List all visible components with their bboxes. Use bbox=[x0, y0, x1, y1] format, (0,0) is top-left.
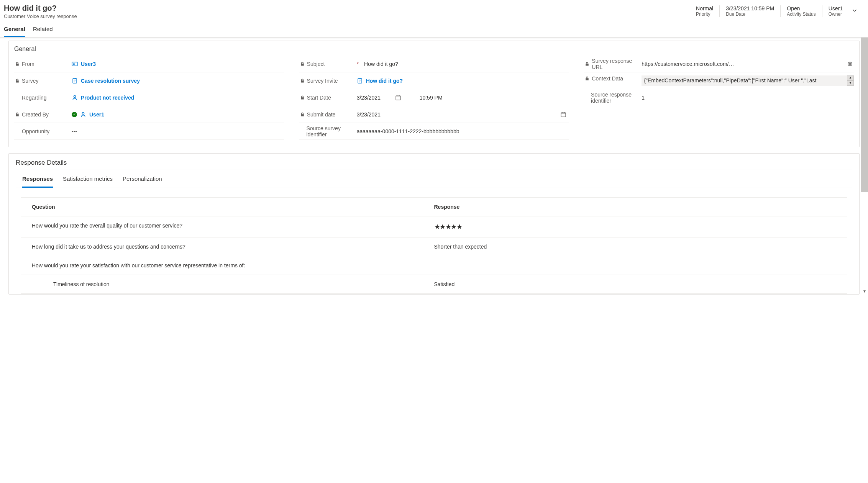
context-field[interactable]: {"EmbedContextParameters":null,"PipeData… bbox=[642, 75, 854, 86]
svg-rect-8 bbox=[396, 96, 400, 100]
answer-cell bbox=[434, 262, 837, 269]
url-label: Survey response URL bbox=[592, 58, 642, 70]
rating-stars: ★★★★★ bbox=[434, 223, 837, 231]
respid-label: Source response identifier bbox=[591, 92, 642, 104]
calendar-icon[interactable] bbox=[395, 95, 401, 101]
createdby-label: Created By bbox=[22, 111, 49, 118]
lock-icon bbox=[15, 79, 20, 83]
details-tabs: Responses Satisfaction metrics Personali… bbox=[16, 170, 852, 188]
createdby-field[interactable]: User1 bbox=[72, 111, 284, 118]
lock-icon bbox=[300, 79, 305, 83]
from-label: From bbox=[22, 61, 34, 67]
header-owner[interactable]: User1 Owner bbox=[822, 5, 849, 17]
question-cell: How long did it take us to address your … bbox=[32, 244, 434, 250]
submitdate-label: Submit date bbox=[307, 111, 336, 118]
header-priority[interactable]: Normal Priority bbox=[690, 5, 719, 17]
answer-cell: Shorter than expected bbox=[434, 244, 837, 250]
calendar-icon[interactable] bbox=[560, 111, 566, 118]
from-field[interactable]: User3 bbox=[72, 61, 284, 67]
response-details-section: Response Details Responses Satisfaction … bbox=[8, 153, 860, 295]
survey-value[interactable]: Case resolution survey bbox=[81, 78, 140, 84]
startdate-value: 3/23/2021 bbox=[357, 95, 395, 101]
starttime-value: 10:59 PM bbox=[410, 95, 569, 101]
invite-label: Survey Invite bbox=[307, 78, 338, 84]
submitdate-value: 3/23/2021 bbox=[357, 111, 381, 118]
lock-icon bbox=[300, 62, 305, 66]
general-section: General From User3 Survey bbox=[8, 41, 860, 147]
from-value[interactable]: User3 bbox=[81, 61, 96, 67]
scroll-buttons[interactable]: ▲ ▼ bbox=[847, 75, 854, 86]
url-field[interactable]: https://customervoice.microsoft.com/Page… bbox=[642, 60, 854, 68]
clipboard-icon bbox=[72, 78, 78, 84]
lock-icon bbox=[15, 62, 20, 66]
context-label: Context Data bbox=[592, 75, 623, 82]
sourceid-label: Source survey identifier bbox=[306, 125, 356, 138]
sourceid-value: aaaaaaaa-0000-1111-2222-bbbbbbbbbbbb bbox=[357, 128, 459, 134]
lock-icon bbox=[15, 112, 20, 117]
invite-value[interactable]: How did it go? bbox=[366, 78, 403, 84]
scrollbar[interactable]: ▼ bbox=[861, 38, 868, 295]
person-icon bbox=[72, 95, 78, 101]
subject-label: Subject bbox=[307, 61, 325, 67]
col-response: Response bbox=[434, 204, 837, 210]
page-title: How did it go? bbox=[4, 4, 77, 13]
regarding-value[interactable]: Product not received bbox=[81, 95, 134, 101]
general-section-title: General bbox=[14, 46, 854, 52]
regarding-field[interactable]: Product not received bbox=[72, 95, 284, 101]
contact-card-icon bbox=[72, 61, 78, 67]
lock-icon bbox=[300, 112, 305, 117]
svg-point-1 bbox=[73, 63, 74, 64]
clipboard-icon bbox=[357, 78, 363, 84]
startdate-label: Start Date bbox=[307, 95, 331, 101]
form-tabs: General Related bbox=[0, 21, 868, 38]
question-cell: Timeliness of resolution bbox=[32, 281, 434, 287]
lock-icon bbox=[585, 76, 589, 81]
tab-satisfaction[interactable]: Satisfaction metrics bbox=[63, 170, 113, 188]
tab-personalization[interactable]: Personalization bbox=[123, 170, 162, 188]
responses-table: Question Response How would you rate the… bbox=[21, 197, 847, 294]
question-cell: How would you rate the overall quality o… bbox=[32, 223, 434, 231]
svg-point-4 bbox=[74, 95, 75, 97]
answer-cell: Satisfied bbox=[434, 281, 837, 287]
scrollbar-thumb[interactable] bbox=[861, 38, 868, 192]
svg-point-5 bbox=[82, 112, 84, 114]
svg-rect-9 bbox=[561, 113, 566, 117]
lock-icon bbox=[300, 95, 305, 100]
scroll-down-icon[interactable]: ▼ bbox=[847, 80, 854, 85]
header-due-date[interactable]: 3/23/2021 10:59 PM Due Date bbox=[719, 5, 780, 17]
subject-value: How did it go? bbox=[364, 61, 398, 67]
table-row: How would you rate your satisfaction wit… bbox=[21, 256, 847, 275]
regarding-label: Regarding bbox=[22, 95, 47, 101]
opportunity-value: --- bbox=[72, 128, 77, 134]
tab-related[interactable]: Related bbox=[33, 21, 53, 37]
tab-responses[interactable]: Responses bbox=[22, 170, 53, 188]
response-details-title: Response Details bbox=[16, 159, 852, 167]
expand-header-button[interactable] bbox=[849, 5, 860, 16]
submitdate-field[interactable]: 3/23/2021 bbox=[357, 111, 569, 118]
table-row: Timeliness of resolution Satisfied bbox=[21, 275, 847, 294]
respid-value: 1 bbox=[642, 95, 645, 101]
opportunity-field[interactable]: --- bbox=[72, 128, 284, 134]
lock-icon bbox=[585, 62, 589, 66]
scroll-up-icon[interactable]: ▲ bbox=[847, 75, 854, 80]
person-icon bbox=[80, 111, 86, 118]
verified-check-icon bbox=[72, 112, 77, 117]
globe-icon[interactable] bbox=[846, 60, 854, 68]
subject-field[interactable]: * How did it go? bbox=[357, 61, 569, 67]
survey-field[interactable]: Case resolution survey bbox=[72, 78, 284, 84]
table-row: How long did it take us to address your … bbox=[21, 237, 847, 256]
respid-field[interactable]: 1 bbox=[642, 95, 854, 101]
required-indicator: * bbox=[357, 61, 361, 67]
tab-general[interactable]: General bbox=[4, 21, 25, 37]
startdate-field[interactable]: 3/23/2021 10:59 PM bbox=[357, 95, 569, 101]
createdby-value[interactable]: User1 bbox=[89, 111, 104, 118]
sourceid-field[interactable]: aaaaaaaa-0000-1111-2222-bbbbbbbbbbbb bbox=[357, 128, 569, 134]
context-value: {"EmbedContextParameters":null,"PipeData… bbox=[644, 77, 816, 84]
table-header-row: Question Response bbox=[21, 198, 847, 216]
header-activity-status[interactable]: Open Activity Status bbox=[780, 5, 822, 17]
svg-rect-0 bbox=[72, 62, 77, 66]
form-header: How did it go? Customer Voice survey res… bbox=[0, 0, 868, 21]
scroll-down-arrow[interactable]: ▼ bbox=[861, 288, 868, 295]
invite-field[interactable]: How did it go? bbox=[357, 78, 569, 84]
survey-label: Survey bbox=[22, 78, 39, 84]
